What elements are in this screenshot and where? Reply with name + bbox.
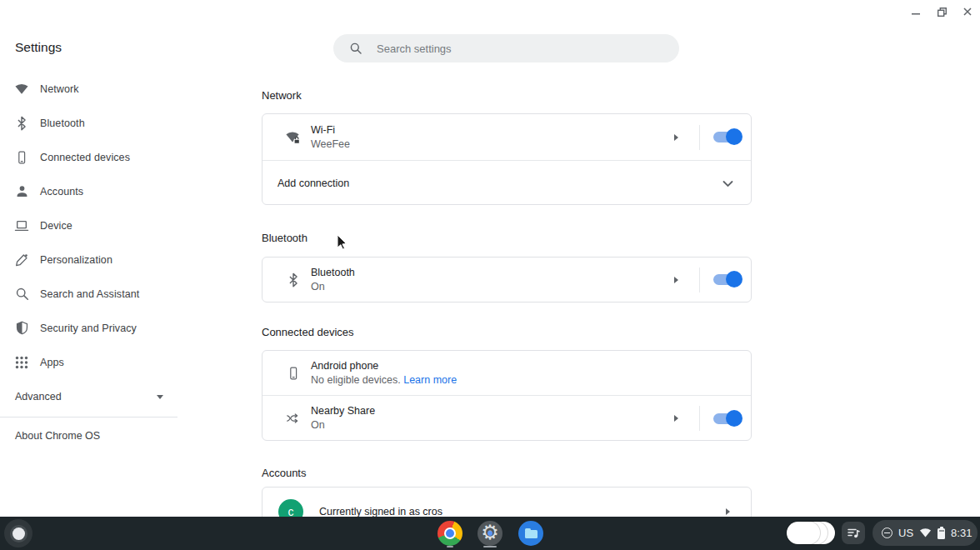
settings-app-button[interactable]: ⚙ bbox=[478, 521, 502, 546]
media-controls-button[interactable] bbox=[842, 522, 865, 544]
subpage-arrow-icon[interactable] bbox=[726, 508, 730, 515]
launcher-icon bbox=[12, 528, 25, 540]
bluetooth-icon bbox=[14, 116, 29, 131]
wifi-network-name: WeeFee bbox=[311, 138, 350, 152]
folder-icon bbox=[518, 521, 543, 546]
shield-icon bbox=[14, 321, 29, 336]
wifi-toggle-knob bbox=[726, 128, 742, 145]
keyboard-layout-label: US bbox=[898, 527, 913, 539]
wifi-title: Wi-Fi bbox=[311, 123, 350, 138]
nearby-share-row[interactable]: Nearby Share On bbox=[262, 396, 751, 441]
bluetooth-card: Bluetooth On bbox=[262, 257, 752, 302]
bluetooth-toggle-knob bbox=[726, 271, 742, 288]
notification-stack[interactable] bbox=[787, 522, 835, 544]
subpage-arrow-icon[interactable] bbox=[674, 277, 678, 283]
subpage-arrow-icon[interactable] bbox=[674, 415, 678, 422]
chrome-app-button[interactable] bbox=[438, 521, 462, 546]
bluetooth-row[interactable]: Bluetooth On bbox=[262, 258, 751, 302]
search-icon bbox=[349, 42, 362, 55]
nearby-share-toggle-knob bbox=[726, 410, 742, 427]
add-connection-row[interactable]: Add connection bbox=[262, 161, 751, 206]
clock-label: 8:31 bbox=[951, 527, 972, 539]
bluetooth-title: Bluetooth bbox=[311, 266, 355, 280]
row-divider bbox=[699, 268, 700, 292]
nearby-share-title: Nearby Share bbox=[311, 404, 375, 418]
network-card: Wi-Fi WeeFee Add connection bbox=[262, 113, 752, 205]
person-icon bbox=[14, 184, 29, 199]
apps-grid-icon bbox=[14, 355, 29, 370]
bluetooth-toggle[interactable] bbox=[713, 274, 741, 285]
wifi-toggle[interactable] bbox=[713, 132, 741, 142]
chrome-running-indicator bbox=[447, 546, 453, 548]
sidebar-item-apps[interactable]: Apps bbox=[0, 345, 200, 379]
wifi-status-icon bbox=[919, 526, 932, 541]
files-app-button[interactable] bbox=[518, 521, 543, 546]
page-title: Settings bbox=[15, 40, 62, 55]
do-not-disturb-icon bbox=[882, 528, 892, 538]
phone-icon bbox=[14, 150, 29, 165]
sidebar-item-network[interactable]: Network bbox=[0, 72, 200, 106]
accounts-section-header: Accounts bbox=[262, 467, 306, 479]
playlist-music-icon bbox=[847, 527, 860, 540]
sidebar-item-personalization[interactable]: Personalization bbox=[0, 242, 200, 277]
sidebar-item-security-privacy[interactable]: Security and Privacy bbox=[0, 311, 200, 345]
connected-devices-card: Android phone No eligible devices. Learn… bbox=[262, 350, 752, 441]
bluetooth-icon bbox=[285, 272, 302, 288]
subpage-arrow-icon[interactable] bbox=[674, 134, 678, 141]
wifi-lock-icon bbox=[285, 129, 302, 146]
sidebar-item-bluetooth[interactable]: Bluetooth bbox=[0, 106, 200, 140]
wifi-icon bbox=[14, 82, 29, 97]
row-divider bbox=[699, 406, 700, 431]
shelf: ⚙ US bbox=[0, 517, 980, 550]
bluetooth-state: On bbox=[311, 280, 355, 294]
magnifier-icon bbox=[14, 287, 29, 302]
wifi-row[interactable]: Wi-Fi WeeFee bbox=[262, 114, 751, 161]
sidebar-item-device[interactable]: Device bbox=[0, 208, 200, 242]
expand-chevron-icon[interactable] bbox=[722, 176, 733, 191]
laptop-icon bbox=[14, 218, 29, 233]
row-divider bbox=[699, 125, 700, 150]
mouse-cursor bbox=[337, 234, 348, 253]
network-section-header: Network bbox=[262, 89, 302, 102]
nearby-share-state: On bbox=[311, 418, 375, 432]
nearby-share-icon bbox=[285, 410, 302, 427]
android-phone-row[interactable]: Android phone No eligible devices. Learn… bbox=[262, 351, 751, 396]
chrome-icon bbox=[438, 521, 462, 546]
sidebar-advanced-expander[interactable]: Advanced bbox=[0, 380, 176, 413]
sidebar-item-about-chrome-os[interactable]: About Chrome OS bbox=[15, 428, 100, 444]
notification-card bbox=[787, 522, 820, 544]
settings-active-indicator bbox=[483, 546, 497, 548]
settings-sidebar: Settings Network Bluetooth Connected dev… bbox=[0, 0, 200, 517]
window-controls bbox=[908, 3, 975, 20]
pen-icon bbox=[14, 252, 29, 268]
bluetooth-section-header: Bluetooth bbox=[262, 232, 308, 244]
sidebar-item-search-assistant[interactable]: Search and Assistant bbox=[0, 277, 200, 311]
nearby-share-toggle[interactable] bbox=[713, 413, 741, 424]
sidebar-item-accounts[interactable]: Accounts bbox=[0, 174, 200, 208]
launcher-button[interactable] bbox=[4, 519, 32, 548]
close-icon[interactable] bbox=[960, 3, 975, 20]
battery-icon bbox=[938, 527, 945, 539]
phone-icon bbox=[285, 365, 302, 382]
sidebar-nav: Network Bluetooth Connected devices Acco… bbox=[0, 72, 200, 379]
gear-icon: ⚙ bbox=[478, 521, 502, 546]
status-tray[interactable]: US 8:31 bbox=[872, 520, 978, 546]
sidebar-item-connected-devices[interactable]: Connected devices bbox=[0, 140, 200, 174]
learn-more-link[interactable]: Learn more bbox=[403, 374, 457, 386]
search-settings-bar[interactable] bbox=[333, 34, 679, 62]
android-phone-status: No eligible devices. bbox=[311, 374, 401, 386]
restore-icon[interactable] bbox=[934, 3, 949, 20]
minimize-icon[interactable] bbox=[908, 3, 923, 20]
chevron-down-icon bbox=[157, 395, 163, 399]
android-phone-title: Android phone bbox=[311, 359, 457, 373]
connected-devices-section-header: Connected devices bbox=[262, 326, 354, 338]
sidebar-divider bbox=[0, 417, 178, 418]
search-input[interactable] bbox=[377, 42, 652, 55]
